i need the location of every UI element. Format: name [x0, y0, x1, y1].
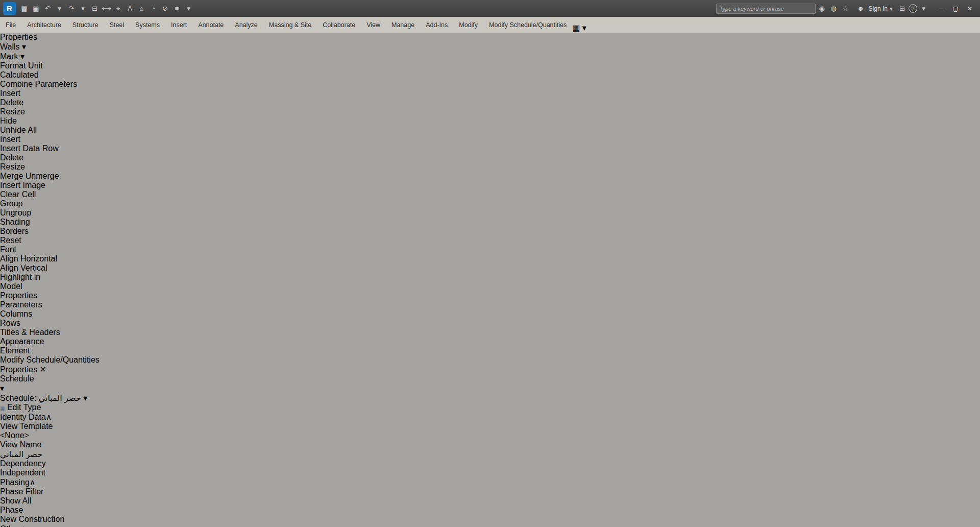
reset-label: Reset: [0, 236, 21, 245]
store-icon[interactable]: ⊞: [896, 3, 908, 14]
ribbon-tab-insert[interactable]: Insert: [165, 17, 192, 33]
property-value[interactable]: Independent: [0, 468, 980, 477]
properties-section-header[interactable]: Other∧: [0, 524, 980, 527]
insert-image-button[interactable]: Insert Image: [0, 181, 145, 190]
ribbon-tab-massing-site[interactable]: Massing & Site: [263, 17, 317, 33]
insert-data-row-button[interactable]: Insert Data Row: [0, 144, 120, 153]
group-button[interactable]: Group: [0, 199, 145, 208]
combine-parameters-button[interactable]: Combine Parameters: [0, 80, 174, 89]
help-icon[interactable]: ?: [909, 4, 917, 13]
merge-unmerge-button[interactable]: Merge Unmerge: [0, 172, 145, 181]
section-icon[interactable]: ⊘: [159, 3, 171, 14]
collapse-chevron-icon[interactable]: ∧: [20, 524, 27, 527]
ribbon-tab-systems[interactable]: Systems: [130, 17, 165, 33]
default-3d-view-icon[interactable]: ⌂: [136, 3, 148, 14]
resize-row-button[interactable]: Resize: [0, 162, 120, 172]
insert-row-button[interactable]: Insert: [0, 135, 120, 144]
delete-row-button[interactable]: Delete: [0, 153, 120, 162]
insert-column-button[interactable]: Insert: [0, 89, 135, 98]
open-icon[interactable]: ▤: [18, 3, 30, 14]
redo-icon[interactable]: ↷: [65, 3, 77, 14]
align-horizontal-button[interactable]: Align Horizontal: [0, 254, 191, 264]
properties-section-header[interactable]: Identity Data∧: [0, 412, 980, 422]
property-value[interactable]: Show All: [0, 496, 980, 506]
format-unit-button[interactable]: Format Unit: [0, 61, 174, 70]
property-value[interactable]: New Construction: [0, 515, 980, 524]
category-combo[interactable]: Walls ▾: [0, 42, 174, 52]
thin-lines-icon[interactable]: ≡: [171, 3, 183, 14]
chevron-down-icon[interactable]: ▾: [0, 384, 980, 393]
section-name: Phasing: [0, 478, 30, 487]
search-icon[interactable]: ◉: [816, 3, 828, 14]
favorites-icon[interactable]: ☆: [840, 3, 851, 14]
aligned-dimension-icon[interactable]: ⌖: [112, 3, 124, 14]
communication-center-icon[interactable]: ◍: [828, 3, 840, 14]
help-dropdown-icon[interactable]: ▾: [918, 3, 929, 14]
ribbon-tab-modify[interactable]: Modify: [453, 17, 483, 33]
type-selector[interactable]: Schedule ▾: [0, 374, 980, 393]
main-content: Properties ✕ Schedule ▾ Schedule: حصر ال…: [0, 365, 980, 527]
unhide-all-button[interactable]: Unhide All: [0, 126, 135, 135]
revit-logo-icon[interactable]: R: [3, 2, 16, 15]
schedule-selector-combo[interactable]: Schedule: حصر المباني ▾: [0, 393, 980, 403]
undo-dropdown-icon[interactable]: ▾: [54, 3, 65, 14]
resize-column-button[interactable]: Resize: [0, 107, 135, 116]
property-edit-button[interactable]: <None>: [0, 431, 980, 440]
redo-dropdown-icon[interactable]: ▾: [77, 3, 89, 14]
parameter-combo-value: Mark: [0, 52, 18, 61]
shading-label: Shading: [0, 218, 30, 226]
minimize-button[interactable]: ─: [934, 3, 948, 15]
save-icon[interactable]: ▣: [30, 3, 42, 14]
ribbon-tab-steel[interactable]: Steel: [104, 17, 130, 33]
hide-column-label: Hide: [0, 116, 17, 125]
borders-button[interactable]: Borders: [0, 227, 191, 236]
ribbon-tab-modify-schedule-quantities[interactable]: Modify Schedule/Quantities: [483, 17, 572, 33]
measure-icon[interactable]: ⟷: [101, 3, 112, 14]
restore-button[interactable]: ▢: [948, 3, 963, 15]
search-input[interactable]: [716, 4, 816, 14]
property-value[interactable]: حصر المباني: [0, 449, 980, 459]
calculated-button[interactable]: Calculated: [0, 70, 174, 80]
edit-type-button[interactable]: ▦ Edit Type: [0, 403, 980, 412]
title-bar: R ▤▣↶▾↷▾⊟⟷⌖A⌂◔⊘≡▾ ◉◍☆ ☻ Sign In ▾ ⊞ ? ▾ …: [0, 0, 980, 17]
ribbon-tab-analyze[interactable]: Analyze: [229, 17, 263, 33]
delete-column-button[interactable]: Delete: [0, 98, 135, 107]
highlight-in-model-button[interactable]: Highlight in Model: [0, 273, 43, 291]
ribbon-tab-structure[interactable]: Structure: [67, 17, 104, 33]
property-row: DependencyIndependent: [0, 459, 980, 477]
ribbon-tab-view[interactable]: View: [361, 17, 386, 33]
customize-qat-icon[interactable]: ▾: [183, 3, 194, 14]
properties-section-header[interactable]: Phasing∧: [0, 477, 980, 487]
ungroup-button[interactable]: Ungroup: [0, 208, 145, 218]
reset-button[interactable]: Reset: [0, 236, 191, 245]
properties-palette-header[interactable]: Properties ✕: [0, 365, 980, 374]
clear-cell-button[interactable]: Clear Cell: [0, 190, 145, 199]
collapse-chevron-icon[interactable]: ∧: [30, 478, 36, 487]
align-vertical-button[interactable]: Align Vertical: [0, 264, 191, 273]
ribbon-tab-manage[interactable]: Manage: [386, 17, 420, 33]
text-icon[interactable]: A: [124, 3, 136, 14]
property-row: View Template<None>: [0, 422, 980, 440]
ribbon-tab-annotate[interactable]: Annotate: [192, 17, 229, 33]
close-icon[interactable]: ✕: [39, 365, 46, 374]
hide-column-button[interactable]: Hide: [0, 116, 135, 126]
close-button[interactable]: ✕: [963, 3, 977, 15]
ribbon-panel-element: Highlight in Model: [0, 273, 43, 291]
undo-icon[interactable]: ↶: [42, 3, 54, 14]
ribbon-tab-collaborate[interactable]: Collaborate: [317, 17, 361, 33]
shading-button[interactable]: Shading: [0, 218, 191, 227]
print-icon[interactable]: ⊟: [89, 3, 101, 14]
sign-in-button[interactable]: ☻ Sign In ▾: [852, 3, 896, 14]
ribbon-tab-architecture[interactable]: Architecture: [21, 17, 67, 33]
parameter-combo[interactable]: Mark ▾: [0, 52, 174, 61]
tb-right-a: ◉◍☆: [816, 3, 851, 14]
font-button[interactable]: Font: [0, 245, 191, 254]
property-value[interactable]: <None>: [0, 431, 980, 440]
ribbon-tab-add-ins[interactable]: Add-Ins: [420, 17, 453, 33]
render-icon[interactable]: ◔: [148, 3, 159, 14]
unhide-all-label: Unhide All: [0, 126, 37, 134]
ribbon-tab-file[interactable]: File: [0, 17, 21, 33]
collapse-chevron-icon[interactable]: ∧: [46, 413, 52, 421]
properties-button[interactable]: Properties: [0, 33, 36, 42]
ribbon-display-toggle[interactable]: ▦ ▾: [572, 23, 586, 33]
